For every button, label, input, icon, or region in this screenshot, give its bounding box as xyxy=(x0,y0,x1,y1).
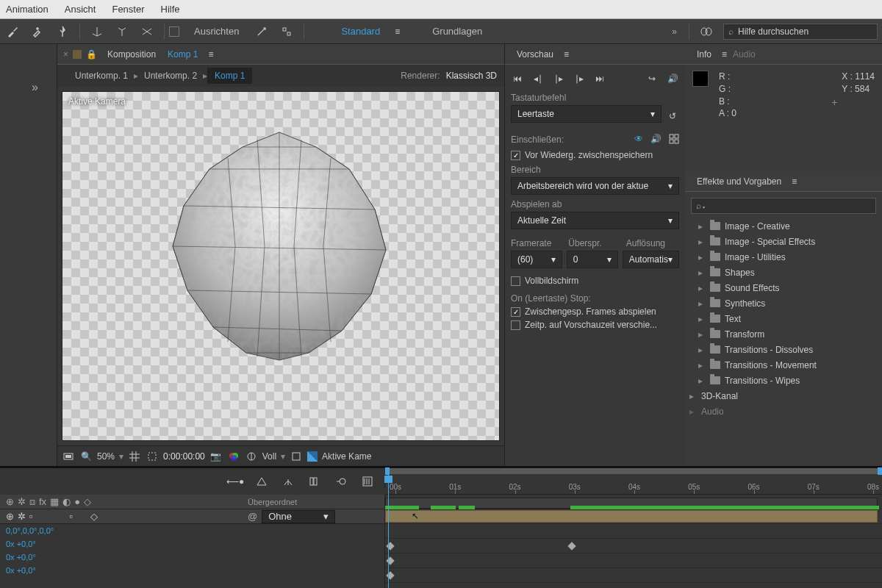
res-dropdown-icon[interactable]: ▾ xyxy=(281,451,285,462)
tree-category[interactable]: ▸ Audio xyxy=(685,404,882,419)
workspace-overflow-icon[interactable]: » xyxy=(672,26,677,37)
menu-animation[interactable]: Animation xyxy=(6,4,49,15)
tl-search-icon[interactable]: ⟵● xyxy=(229,475,242,488)
breadcrumb-item-1[interactable]: Unterkomp. 1 xyxy=(69,71,134,81)
tree-item[interactable]: ▸Image - Special Effects xyxy=(685,234,882,249)
renderer-value[interactable]: Klassisch 3D xyxy=(446,71,497,81)
tree-item[interactable]: ▸Synthetics xyxy=(685,295,882,311)
sync-settings-icon[interactable] xyxy=(699,24,714,39)
last-frame-icon[interactable]: ⏭ xyxy=(593,72,606,85)
prop-row[interactable]: 0x +0,0° xyxy=(0,551,384,564)
active-comp-name[interactable]: Komp 1 xyxy=(162,49,204,60)
switch-icon[interactable]: ⊕ xyxy=(6,496,14,508)
reset-shortcut-icon[interactable]: ↺ xyxy=(666,110,679,123)
workspace-standard[interactable]: Standard xyxy=(341,26,380,37)
prev-frame-icon[interactable]: ◂∣ xyxy=(531,72,545,85)
timeline-tracks[interactable]: ↖ xyxy=(385,495,882,588)
switch-icon[interactable]: fx xyxy=(39,496,46,508)
preview-title[interactable]: Vorschau xyxy=(511,49,559,60)
menu-help[interactable]: Hilfe xyxy=(161,4,180,15)
zoom-dropdown-icon[interactable]: ▾ xyxy=(119,451,123,462)
switch-icon[interactable]: ✲ xyxy=(18,511,26,522)
axis-view-icon[interactable] xyxy=(140,24,154,39)
tl-frame-blend-icon[interactable] xyxy=(308,475,321,488)
preview-res-dropdown[interactable]: Automatis▾ xyxy=(623,251,679,268)
timeline-layer-row[interactable]: ⊕ ✲ ▫ ▫ ◇ @ Ohne▾ xyxy=(0,509,384,524)
shortcut-dropdown[interactable]: Leertaste▾ xyxy=(511,105,662,123)
lock-icon[interactable]: 🔒 xyxy=(86,49,97,60)
playhead[interactable] xyxy=(388,468,389,588)
clone-tool-icon[interactable] xyxy=(30,24,45,39)
mute-icon[interactable]: 🔊 xyxy=(666,72,679,85)
menu-window[interactable]: Fenster xyxy=(112,4,144,15)
info-tab[interactable]: Info xyxy=(691,49,717,60)
switch-icon[interactable]: ◇ xyxy=(90,511,98,522)
tree-item[interactable]: ▸Text xyxy=(685,311,882,326)
audio-tab[interactable]: Audio xyxy=(727,49,761,60)
fullscreen-checkbox[interactable] xyxy=(511,276,520,286)
effects-search[interactable]: ⌕▾ xyxy=(691,198,876,214)
play-icon[interactable]: ∣▸ xyxy=(552,72,565,85)
include-video-icon[interactable]: 👁 xyxy=(634,134,643,144)
prop-row[interactable]: 0x +0,0° xyxy=(0,537,384,551)
switch-icon[interactable]: ⊕ xyxy=(6,511,14,522)
next-frame-icon[interactable]: ∣▸ xyxy=(573,72,586,85)
tree-item[interactable]: ▸Image - Utilities xyxy=(685,249,882,265)
tl-graph-icon[interactable] xyxy=(361,475,374,488)
layer-bar[interactable] xyxy=(385,510,878,523)
include-overlays-icon[interactable] xyxy=(669,134,679,144)
first-frame-icon[interactable]: ⏮ xyxy=(511,72,524,85)
pin-tool-icon[interactable] xyxy=(55,24,70,39)
effects-menu-icon[interactable]: ≡ xyxy=(792,176,797,187)
snap-checkbox[interactable] xyxy=(169,26,179,37)
switch-icon[interactable]: ▦ xyxy=(50,496,59,508)
tree-item[interactable]: ▸Sound Effects xyxy=(685,280,882,295)
keyframe-icon[interactable] xyxy=(567,542,576,550)
magnify-icon[interactable]: 🔍 xyxy=(79,450,93,463)
framerate-dropdown[interactable]: (60)▾ xyxy=(511,251,562,268)
help-search[interactable]: ⌕ Hilfe durchsuchen xyxy=(723,24,878,40)
skip-dropdown[interactable]: 0▾ xyxy=(567,251,618,268)
axis-world-icon[interactable] xyxy=(115,24,129,39)
tree-item[interactable]: ▸Transitions - Dissolves xyxy=(685,342,882,357)
tree-item[interactable]: ▸Shapes xyxy=(685,265,882,280)
close-tab-icon[interactable]: × xyxy=(63,49,68,60)
switch-icon[interactable]: ● xyxy=(74,496,80,508)
breadcrumb-item-2[interactable]: Unterkomp. 2 xyxy=(138,71,203,81)
always-preview-icon[interactable] xyxy=(62,450,75,463)
roi-icon[interactable] xyxy=(290,450,303,463)
expand-panel-icon[interactable]: » xyxy=(32,81,51,96)
snap-icon-1[interactable] xyxy=(254,24,269,39)
transparency-grid-icon[interactable] xyxy=(307,451,318,462)
exposure-icon[interactable] xyxy=(245,450,258,463)
preview-menu-icon[interactable]: ≡ xyxy=(564,49,569,60)
switch-icon[interactable]: ▫ xyxy=(70,511,74,522)
workspace-basics[interactable]: Grundlagen xyxy=(432,26,482,37)
tl-shy-icon[interactable] xyxy=(282,475,295,488)
composition-viewport[interactable]: Aktive Kamera xyxy=(62,91,500,441)
info-menu-icon[interactable]: ≡ xyxy=(722,49,727,60)
tree-category[interactable]: ▸ 3D-Kanal xyxy=(685,388,882,404)
workspace-menu-icon[interactable]: ≡ xyxy=(395,26,400,37)
snap-icon-2[interactable] xyxy=(279,24,294,39)
tree-item[interactable]: ▸Transitions - Movement xyxy=(685,357,882,373)
include-audio-icon[interactable]: 🔊 xyxy=(650,134,662,144)
align-label[interactable]: Ausrichten xyxy=(194,26,239,37)
camera-label[interactable]: Aktive Kame xyxy=(322,451,371,462)
switch-icon[interactable]: ✲ xyxy=(18,496,26,508)
playfrom-dropdown[interactable]: Aktuelle Zeit▾ xyxy=(511,212,679,229)
cache-checkbox[interactable] xyxy=(511,151,520,160)
prop-row[interactable]: 0x +0,0° xyxy=(0,564,384,577)
axis-local-icon[interactable] xyxy=(90,24,104,39)
brush-tool-icon[interactable] xyxy=(5,24,20,39)
switch-icon[interactable]: ⧈ xyxy=(29,496,35,508)
switch-icon[interactable]: ▫ xyxy=(29,511,33,522)
breadcrumb-item-3[interactable]: Komp 1 xyxy=(207,68,252,84)
parent-dropdown[interactable]: Ohne▾ xyxy=(262,510,335,523)
prop-row[interactable]: 0,0°,0,0°,0,0° xyxy=(0,524,384,537)
comp-panel-menu-icon[interactable]: ≡ xyxy=(208,49,213,60)
tree-item[interactable]: ▸Image - Creative xyxy=(685,218,882,234)
snapshot-icon[interactable]: 📷 xyxy=(209,450,223,463)
menu-view[interactable]: Ansicht xyxy=(65,4,96,15)
loop-icon[interactable]: ↪ xyxy=(645,72,659,85)
